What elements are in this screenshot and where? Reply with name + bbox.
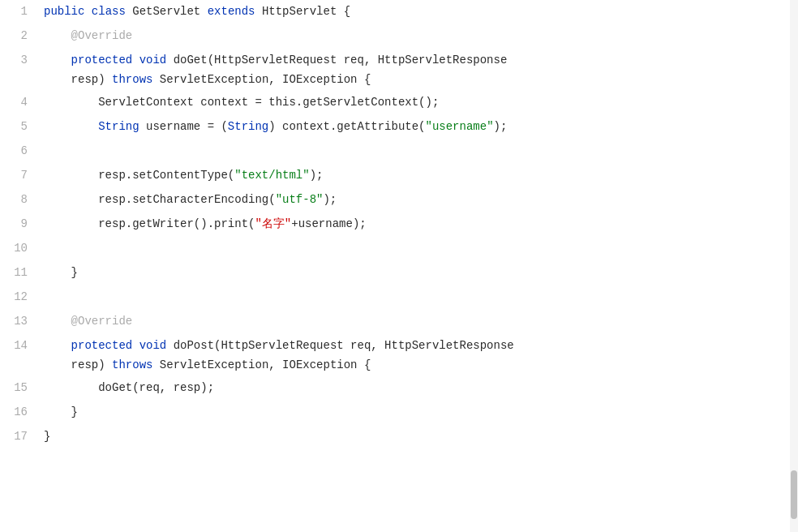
- code-content: 1 public class GetServlet extends HttpSe…: [0, 0, 798, 449]
- line-number: 3: [0, 49, 37, 71]
- code-row: 10: [0, 237, 798, 261]
- line-content: [37, 237, 798, 260]
- line-number: 15: [0, 376, 37, 399]
- line-number: 4: [0, 91, 37, 114]
- code-row: 17 }: [0, 425, 798, 449]
- line-content: doGet(req, resp);: [37, 376, 798, 399]
- line-content: public class GetServlet extends HttpServ…: [37, 0, 798, 23]
- code-row: 11 }: [0, 261, 798, 285]
- line-content: @Override: [37, 310, 798, 332]
- line-content: [37, 285, 798, 308]
- line-number: 13: [0, 310, 37, 332]
- code-row: 14 protected void doPost(HttpServletRequ…: [0, 334, 798, 376]
- line-content: }: [37, 425, 798, 448]
- line-content: }: [37, 261, 798, 284]
- code-row: 13 @Override: [0, 310, 798, 334]
- line-number: 6: [0, 139, 37, 162]
- line-number: 7: [0, 164, 37, 187]
- line-content: String username = (String) context.getAt…: [37, 115, 798, 138]
- line-number: 11: [0, 261, 37, 284]
- line-content: resp.getWriter().print("名字"+username);: [37, 212, 798, 235]
- code-row: 8 resp.setCharacterEncoding("utf-8");: [0, 188, 798, 212]
- code-row: 3 protected void doGet(HttpServletReques…: [0, 49, 798, 91]
- code-row: 7 resp.setContentType("text/html");: [0, 164, 798, 188]
- line-number: 12: [0, 285, 37, 308]
- line-number: 9: [0, 212, 37, 235]
- code-row: 9 resp.getWriter().print("名字"+username);: [0, 212, 798, 237]
- scrollbar-thumb[interactable]: [791, 470, 797, 519]
- code-row: 5 String username = (String) context.get…: [0, 115, 798, 139]
- scrollbar[interactable]: [790, 0, 798, 532]
- code-row: 4 ServletContext context = this.getServl…: [0, 91, 798, 115]
- code-editor: 1 public class GetServlet extends HttpSe…: [0, 0, 798, 532]
- line-content: ServletContext context = this.getServlet…: [37, 91, 798, 114]
- code-row: 12: [0, 285, 798, 310]
- line-number: 8: [0, 188, 37, 211]
- line-number: 2: [0, 24, 37, 47]
- line-content: protected void doGet(HttpServletRequest …: [37, 49, 798, 91]
- line-number: 16: [0, 401, 37, 423]
- line-number: 14: [0, 334, 37, 357]
- code-row: 1 public class GetServlet extends HttpSe…: [0, 0, 798, 24]
- line-content: @Override: [37, 24, 798, 47]
- line-content: [37, 139, 798, 162]
- line-content: resp.setCharacterEncoding("utf-8");: [37, 188, 798, 211]
- line-number: 10: [0, 237, 37, 260]
- line-number: 1: [0, 0, 37, 23]
- code-row: 2 @Override: [0, 24, 798, 49]
- code-row: 16 }: [0, 401, 798, 425]
- line-content: }: [37, 401, 798, 423]
- line-content: resp.setContentType("text/html");: [37, 164, 798, 187]
- line-number: 5: [0, 115, 37, 138]
- line-number: 17: [0, 425, 37, 448]
- line-content: protected void doPost(HttpServletRequest…: [37, 334, 798, 376]
- code-row: 15 doGet(req, resp);: [0, 376, 798, 401]
- code-row: 6: [0, 139, 798, 164]
